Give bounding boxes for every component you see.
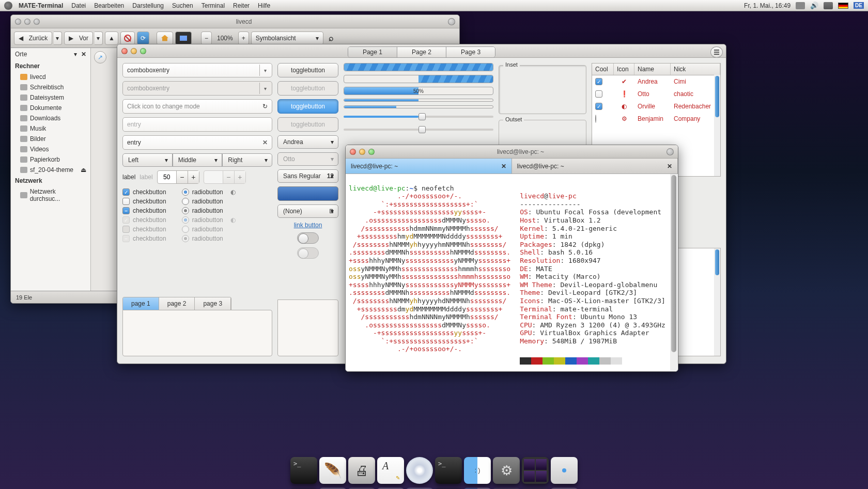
- sidebar-item-shared[interactable]: sf_20-04-theme⏏: [11, 165, 90, 175]
- term-titlebar[interactable]: livecd@live-pc: ~: [346, 145, 678, 159]
- comboboxentry-field[interactable]: comboboxentry: [122, 63, 272, 77]
- nav-forward-button[interactable]: ▶ Vor: [64, 31, 93, 45]
- scrollbar-thumb[interactable]: [671, 175, 676, 352]
- col-cool[interactable]: Cool: [592, 64, 614, 75]
- zoom-in-button[interactable]: +: [238, 31, 249, 45]
- spin-plus[interactable]: +: [188, 171, 199, 183]
- term-minimize-button[interactable]: [359, 149, 365, 155]
- col-name[interactable]: Name: [634, 64, 671, 75]
- tree-scrollbar[interactable]: [714, 75, 720, 176]
- tab-page3[interactable]: Page 3: [446, 47, 495, 57]
- pathbar-button[interactable]: ↗: [94, 51, 106, 64]
- sidebar-item-downloads[interactable]: Downloads: [11, 113, 90, 123]
- awf-maximize-button[interactable]: [140, 48, 146, 54]
- sidebar-item-videos[interactable]: Videos: [11, 144, 90, 154]
- col-nick[interactable]: Nick: [671, 64, 720, 75]
- dropdown-arrow-icon[interactable]: [259, 65, 271, 76]
- sidebar-close-icon[interactable]: ✕: [81, 51, 86, 58]
- term-close-button[interactable]: [350, 149, 356, 155]
- nav-computer-button[interactable]: [175, 31, 192, 45]
- icon-mode-field[interactable]: Click icon to change mode↻: [122, 99, 272, 114]
- caja-titlebar[interactable]: livecd: [11, 15, 459, 28]
- spin-value[interactable]: [158, 173, 176, 181]
- terminal-tab-1[interactable]: livecd@live-pc: ~✕: [346, 159, 512, 173]
- sidebar-item-desktop[interactable]: Schreibtisch: [11, 82, 90, 92]
- awf-minimize-button[interactable]: [131, 48, 137, 54]
- entry-field[interactable]: entry✕: [122, 135, 272, 150]
- sidebar-item-livecd[interactable]: livecd: [11, 72, 90, 82]
- link-button[interactable]: link button: [277, 222, 338, 229]
- dock-screenshots[interactable]: [522, 457, 549, 484]
- sidebar-item-pictures[interactable]: Bilder: [11, 134, 90, 144]
- checkbox-checked[interactable]: [122, 188, 130, 196]
- awf-close-button[interactable]: [121, 48, 128, 54]
- active-app-name[interactable]: MATE-Terminal: [19, 2, 63, 9]
- view-mode-select[interactable]: Symbolansicht▾: [251, 31, 323, 45]
- scrollbar-thumb[interactable]: [715, 249, 719, 275]
- terminal-tab-2[interactable]: livecd@live-pc: ~✕: [512, 159, 678, 173]
- search-icon[interactable]: ⌕: [326, 34, 337, 43]
- scale-1[interactable]: [344, 112, 493, 121]
- scale-thumb[interactable]: [419, 113, 426, 120]
- table-row[interactable]: ◐OrvilleRedenbacher: [592, 100, 720, 113]
- nav-home-button[interactable]: [157, 31, 173, 45]
- keyboard-layout[interactable]: DE: [854, 2, 864, 9]
- bottom-tab-2[interactable]: page 2: [159, 297, 195, 310]
- clear-icon[interactable]: ✕: [262, 139, 268, 146]
- file-button[interactable]: (None)🗎: [277, 204, 338, 218]
- menu-tabs[interactable]: Reiter: [233, 2, 250, 9]
- checkbox-icon[interactable]: [595, 90, 602, 98]
- dock-finder[interactable]: : ): [464, 457, 491, 484]
- tray-network-icon[interactable]: [824, 2, 833, 9]
- menu-terminal[interactable]: Terminal: [202, 2, 225, 9]
- radio-unchecked[interactable]: [182, 198, 189, 205]
- radio-checked[interactable]: [182, 188, 189, 196]
- scale-2[interactable]: [344, 125, 493, 134]
- sidebar-item-filesystem[interactable]: Dateisystem: [11, 92, 90, 103]
- distro-logo-icon[interactable]: [4, 2, 12, 10]
- caja-minimize-button[interactable]: [24, 19, 30, 25]
- dock-terminal2[interactable]: >_: [435, 457, 462, 484]
- tab-close-icon[interactable]: ✕: [501, 163, 506, 170]
- color-button[interactable]: [277, 186, 338, 201]
- checkbox-unchecked[interactable]: [122, 198, 130, 205]
- table-row[interactable]: ❗Ottochaotic: [592, 88, 720, 100]
- radio-mixed[interactable]: [182, 207, 189, 214]
- term-extra-button[interactable]: [667, 148, 674, 155]
- menu-help[interactable]: Hilfe: [258, 2, 270, 9]
- nav-back-button[interactable]: ◀ Zurück: [14, 31, 52, 45]
- dock-disc[interactable]: [406, 457, 433, 484]
- sidebar-item-trash[interactable]: Papierkorb: [11, 154, 90, 165]
- dock-drive[interactable]: [551, 457, 578, 484]
- terminal-output[interactable]: livecd@live-pc:~$ neofetch .-/+oossssoo+…: [346, 174, 678, 371]
- nav-up-button[interactable]: ▲: [105, 31, 118, 45]
- col-icon[interactable]: Icon: [614, 64, 634, 75]
- align-left[interactable]: Left: [122, 153, 173, 167]
- sidebar-item-browse-network[interactable]: Netzwerk durchsuc...: [11, 186, 90, 204]
- textview-scrollbar[interactable]: [714, 248, 720, 356]
- clock[interactable]: Fr, 1. Mai., 16:49: [744, 2, 791, 9]
- togglebutton-1[interactable]: togglebutton: [277, 63, 338, 77]
- term-maximize-button[interactable]: [368, 149, 375, 155]
- dock-editor[interactable]: A✎: [377, 457, 404, 484]
- dock-terminal[interactable]: >_: [290, 457, 317, 484]
- menu-view[interactable]: Darstellung: [132, 2, 164, 9]
- spin-button[interactable]: −+: [157, 170, 199, 184]
- name-combo-1[interactable]: Andrea: [277, 135, 338, 149]
- nav-stop-button[interactable]: [120, 31, 135, 45]
- table-row[interactable]: ✔AndreaCimi: [592, 75, 720, 88]
- switch-off-1[interactable]: [297, 232, 319, 244]
- tray-volume-icon[interactable]: 🔊: [810, 2, 818, 9]
- terminal-scrollbar[interactable]: [670, 174, 677, 371]
- scrollbar-thumb[interactable]: [715, 76, 719, 117]
- tab-close-icon[interactable]: ✕: [667, 163, 672, 170]
- checkbox-icon[interactable]: [595, 78, 602, 85]
- dock-printer[interactable]: 🖨: [348, 457, 375, 484]
- table-row[interactable]: ⚙BenjaminCompany: [592, 113, 720, 125]
- nav-forward-dropdown[interactable]: ▾: [95, 31, 103, 45]
- eject-icon[interactable]: ⏏: [81, 166, 86, 173]
- tab-page2[interactable]: Page 2: [397, 47, 446, 57]
- menu-search[interactable]: Suchen: [172, 2, 193, 9]
- sidebar-item-music[interactable]: Musik: [11, 123, 90, 134]
- dock-gimp[interactable]: 🪶: [319, 457, 346, 484]
